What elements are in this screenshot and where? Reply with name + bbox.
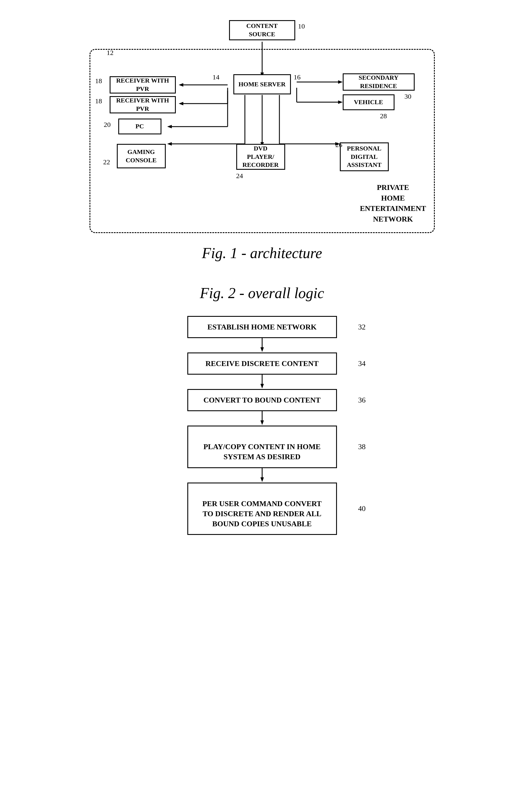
arrow-1 bbox=[258, 338, 266, 352]
node-receiver-pvr-2: RECEIVER WITH PVR bbox=[110, 96, 176, 113]
ref-26: 26 bbox=[335, 141, 342, 149]
ref-14: 14 bbox=[213, 73, 219, 81]
flow-step-36: CONVERT TO BOUND CONTENT 36 bbox=[187, 389, 337, 411]
ref-34: 34 bbox=[358, 359, 366, 368]
node-pc: PC bbox=[118, 118, 161, 134]
node-vehicle: VEHICLE bbox=[343, 94, 394, 110]
arrow-2 bbox=[258, 375, 266, 389]
flowchart: ESTABLISH HOME NETWORK 32 RECEIVE DISCRE… bbox=[187, 316, 337, 535]
phen-label: PRIVATE HOME ENTERTAINMENT NETWORK bbox=[360, 182, 426, 225]
fig1-diagram: CONTENT SOURCE 10 12 HOME SERVER 14 16 bbox=[89, 12, 435, 233]
flow-box-40: PER USER COMMAND CONVERT TO DISCRETE AND… bbox=[187, 482, 337, 535]
arrow-4 bbox=[258, 468, 266, 482]
ref-36: 36 bbox=[358, 396, 366, 404]
svg-marker-26 bbox=[260, 384, 264, 388]
node-secondary-residence: SECONDARY RESIDENCE bbox=[343, 73, 415, 90]
node-content-source: CONTENT SOURCE bbox=[229, 20, 295, 40]
ref-40: 40 bbox=[358, 504, 366, 513]
ref-28: 28 bbox=[380, 112, 387, 120]
flow-step-34: RECEIVE DISCRETE CONTENT 34 bbox=[187, 352, 337, 375]
fig2-caption: Fig. 2 - overall logic bbox=[200, 285, 324, 301]
ref-18a: 18 bbox=[95, 77, 102, 85]
flow-box-36: CONVERT TO BOUND CONTENT bbox=[187, 389, 337, 411]
fig2-container: Fig. 2 - overall logic ESTABLISH HOME NE… bbox=[32, 285, 492, 535]
ref-12: 12 bbox=[107, 49, 114, 57]
flow-box-38: PLAY/COPY CONTENT IN HOME SYSTEM AS DESI… bbox=[187, 426, 337, 468]
ref-10: 10 bbox=[298, 22, 305, 30]
flow-box-32: ESTABLISH HOME NETWORK bbox=[187, 316, 337, 338]
flow-step-32: ESTABLISH HOME NETWORK 32 bbox=[187, 316, 337, 338]
svg-marker-24 bbox=[260, 347, 264, 352]
ref-16: 16 bbox=[294, 73, 301, 81]
arrow-3 bbox=[258, 411, 266, 426]
ref-22: 22 bbox=[103, 158, 110, 166]
ref-30: 30 bbox=[405, 93, 411, 100]
node-gaming-console: GAMING CONSOLE bbox=[117, 144, 166, 168]
fig1-container: CONTENT SOURCE 10 12 HOME SERVER 14 16 bbox=[32, 12, 492, 262]
node-home-server: HOME SERVER bbox=[233, 74, 291, 94]
node-pda: PERSONAL DIGITAL ASSISTANT bbox=[340, 143, 389, 171]
page-content: CONTENT SOURCE 10 12 HOME SERVER 14 16 bbox=[32, 12, 492, 535]
ref-24: 24 bbox=[236, 172, 243, 180]
node-dvd-player: DVD PLAYER/ RECORDER bbox=[236, 144, 285, 170]
flow-box-34: RECEIVE DISCRETE CONTENT bbox=[187, 352, 337, 375]
ref-20: 20 bbox=[104, 121, 111, 129]
svg-marker-30 bbox=[260, 477, 264, 482]
flow-step-38: PLAY/COPY CONTENT IN HOME SYSTEM AS DESI… bbox=[187, 426, 337, 468]
ref-38: 38 bbox=[358, 443, 366, 451]
fig1-caption: Fig. 1 - architecture bbox=[202, 245, 322, 262]
flow-step-40: PER USER COMMAND CONVERT TO DISCRETE AND… bbox=[187, 482, 337, 535]
ref-18b: 18 bbox=[95, 97, 102, 105]
ref-32: 32 bbox=[358, 323, 366, 331]
node-receiver-pvr-1: RECEIVER WITH PVR bbox=[110, 76, 176, 94]
svg-marker-28 bbox=[260, 420, 264, 425]
